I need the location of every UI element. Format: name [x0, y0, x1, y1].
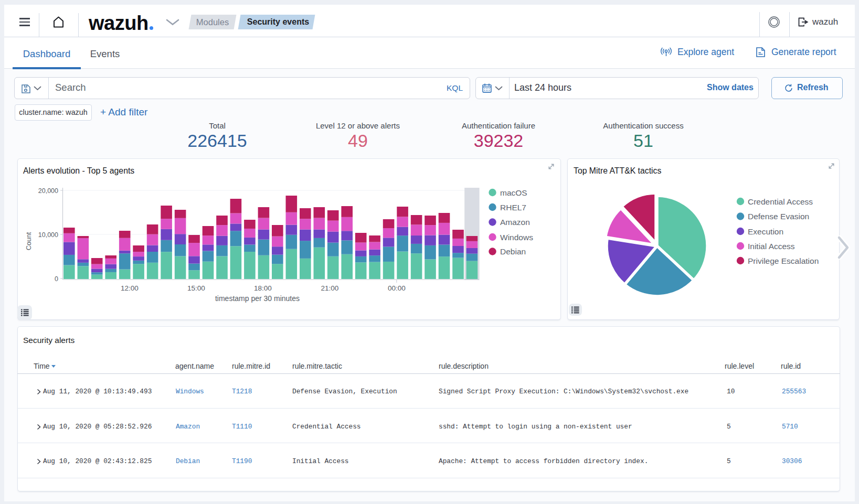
svg-text:00:00: 00:00: [388, 284, 406, 292]
svg-text:15:00: 15:00: [187, 284, 205, 292]
svg-text:macOS: macOS: [500, 188, 527, 197]
svg-text:timestamp per 30 minutes: timestamp per 30 minutes: [215, 294, 300, 303]
svg-text:Debian: Debian: [500, 247, 526, 256]
svg-text:Count: Count: [25, 232, 33, 250]
svg-text:Initial Access: Initial Access: [748, 242, 795, 251]
svg-text:0: 0: [55, 275, 58, 283]
svg-text:Credential Access: Credential Access: [748, 197, 813, 206]
svg-text:Windows: Windows: [500, 233, 533, 242]
svg-text:10,000: 10,000: [38, 231, 58, 239]
svg-text:21:00: 21:00: [321, 284, 339, 292]
svg-text:Privilege Escalation: Privilege Escalation: [748, 256, 819, 265]
svg-text:Defense Evasion: Defense Evasion: [748, 212, 809, 221]
svg-text:Execution: Execution: [748, 227, 783, 236]
svg-text:12:00: 12:00: [121, 284, 139, 292]
svg-text:Amazon: Amazon: [500, 218, 530, 227]
svg-text:20,000: 20,000: [38, 187, 58, 195]
svg-text:18:00: 18:00: [254, 284, 272, 292]
svg-text:RHEL7: RHEL7: [500, 203, 526, 212]
